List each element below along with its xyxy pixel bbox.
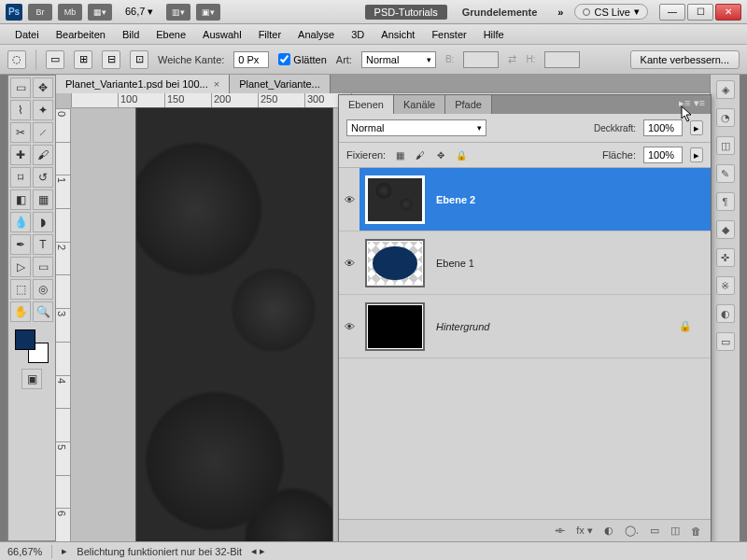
layer-group-icon[interactable]: ▭ bbox=[650, 525, 659, 537]
panel-icon[interactable]: ◈ bbox=[716, 80, 735, 99]
tab-pfade[interactable]: Pfade bbox=[445, 95, 492, 114]
menu-fenster[interactable]: Fenster bbox=[424, 27, 473, 42]
lock-all-icon[interactable]: 🔒 bbox=[455, 148, 468, 161]
shape-tool[interactable]: ▭ bbox=[33, 257, 53, 277]
selection-intersect-icon[interactable]: ⊡ bbox=[130, 50, 148, 69]
history-brush-tool[interactable]: ↺ bbox=[33, 167, 53, 188]
panel-icon[interactable]: ▭ bbox=[716, 332, 735, 351]
type-tool[interactable]: T bbox=[33, 234, 53, 255]
delete-layer-icon[interactable]: 🗑 bbox=[691, 525, 701, 537]
minibridge-button[interactable]: Mb bbox=[58, 4, 82, 21]
panel-icon[interactable]: ◫ bbox=[716, 136, 735, 155]
layer-name[interactable]: Ebene 1 bbox=[430, 258, 711, 269]
tab-ebenen[interactable]: Ebenen bbox=[339, 95, 394, 114]
layer-thumbnail[interactable] bbox=[365, 239, 425, 287]
layer-thumbnail[interactable] bbox=[365, 302, 425, 351]
layer-fx-icon[interactable]: fx ▾ bbox=[576, 525, 593, 537]
fill-input[interactable]: 100% bbox=[643, 147, 683, 163]
layer-name[interactable]: Ebene 2 bbox=[430, 194, 711, 205]
menu-analyse[interactable]: Analyse bbox=[290, 27, 342, 42]
new-layer-icon[interactable]: ◫ bbox=[670, 525, 680, 537]
panel-icon[interactable]: ◐ bbox=[716, 304, 735, 323]
close-button[interactable]: ✕ bbox=[715, 4, 741, 21]
refine-edge-button[interactable]: Kante verbessern... bbox=[630, 50, 740, 69]
antialias-checkbox[interactable]: Glätten bbox=[278, 53, 326, 65]
close-icon[interactable]: × bbox=[214, 78, 219, 90]
workspace-more[interactable]: » bbox=[552, 7, 569, 18]
layout-button[interactable]: ▦▾ bbox=[88, 4, 112, 21]
eraser-tool[interactable]: ◧ bbox=[10, 189, 31, 210]
workspace-tab-other[interactable]: Grundelemente bbox=[453, 5, 547, 20]
panel-icon[interactable]: ◔ bbox=[716, 108, 735, 127]
lock-transparency-icon[interactable]: ▦ bbox=[393, 148, 406, 161]
marquee-tool[interactable]: ▭ bbox=[10, 77, 31, 98]
screenmode-button[interactable]: ▣▾ bbox=[196, 4, 220, 21]
menu-hilfe[interactable]: Hilfe bbox=[476, 27, 512, 42]
panel-menu-icon[interactable]: ▸≡ ▾≡ bbox=[673, 95, 711, 114]
tab-kanaele[interactable]: Kanäle bbox=[394, 95, 445, 114]
maximize-button[interactable]: ☐ bbox=[687, 4, 713, 21]
status-nav-icon[interactable]: ▸ bbox=[62, 545, 67, 557]
selection-sub-icon[interactable]: ⊟ bbox=[102, 50, 120, 69]
style-dropdown[interactable]: Normal bbox=[361, 51, 436, 68]
zoom-tool[interactable]: 🔍 bbox=[33, 301, 53, 322]
menu-ansicht[interactable]: Ansicht bbox=[374, 27, 422, 42]
panel-icon[interactable]: ✜ bbox=[716, 248, 735, 267]
visibility-icon[interactable]: 👁 bbox=[339, 321, 359, 332]
document-tab[interactable]: Planet_Variante1.psd bei 100...× bbox=[56, 75, 230, 93]
heal-tool[interactable]: ✚ bbox=[10, 145, 31, 165]
status-zoom[interactable]: 66,67% bbox=[7, 546, 42, 557]
move-tool[interactable]: ✥ bbox=[33, 77, 53, 98]
eyedropper-tool[interactable]: ⟋ bbox=[33, 122, 53, 143]
workspace-tab-active[interactable]: PSD-Tutorials bbox=[365, 5, 447, 20]
canvas[interactable] bbox=[136, 108, 332, 541]
layer-thumbnail[interactable] bbox=[365, 175, 425, 224]
pen-tool[interactable]: ✒ bbox=[10, 234, 31, 255]
menu-filter[interactable]: Filter bbox=[251, 27, 289, 42]
status-nav-icon[interactable]: ◂ ▸ bbox=[251, 545, 265, 557]
visibility-icon[interactable]: 👁 bbox=[339, 168, 359, 231]
link-layers-icon[interactable]: ⬲ bbox=[555, 525, 565, 537]
menu-auswahl[interactable]: Auswahl bbox=[195, 27, 249, 42]
menu-bild[interactable]: Bild bbox=[115, 27, 147, 42]
menu-datei[interactable]: Datei bbox=[7, 27, 47, 42]
selection-new-icon[interactable]: ▭ bbox=[46, 50, 64, 69]
3dcam-tool[interactable]: ◎ bbox=[33, 279, 53, 300]
menu-ebene[interactable]: Ebene bbox=[148, 27, 193, 42]
bridge-button[interactable]: Br bbox=[28, 4, 52, 21]
minimize-button[interactable]: — bbox=[659, 4, 685, 21]
cslive-button[interactable]: CS Live ▾ bbox=[574, 4, 648, 20]
layer-row[interactable]: 👁 Ebene 1 bbox=[339, 231, 711, 295]
selection-add-icon[interactable]: ⊞ bbox=[74, 50, 92, 69]
zoom-display[interactable]: 66,7 ▾ bbox=[118, 6, 161, 18]
opacity-input[interactable]: 100% bbox=[643, 119, 683, 136]
lock-pixels-icon[interactable]: 🖌 bbox=[414, 148, 427, 161]
color-swatches[interactable] bbox=[15, 329, 49, 363]
tool-preset-icon[interactable]: ◌ bbox=[7, 50, 26, 69]
visibility-icon[interactable]: 👁 bbox=[339, 258, 359, 269]
layer-row[interactable]: 👁 Ebene 2 bbox=[339, 168, 711, 231]
brush-tool[interactable]: 🖌 bbox=[33, 145, 53, 165]
foreground-swatch[interactable] bbox=[15, 329, 35, 350]
fill-slider-icon[interactable]: ▸ bbox=[690, 147, 703, 162]
layer-mask-icon[interactable]: ◐ bbox=[604, 525, 613, 537]
adjustment-layer-icon[interactable]: ◯. bbox=[625, 525, 639, 537]
wand-tool[interactable]: ✦ bbox=[33, 100, 53, 120]
feather-input[interactable]: 0 Px bbox=[233, 51, 269, 68]
dodge-tool[interactable]: ◗ bbox=[33, 212, 53, 232]
panel-icon[interactable]: ※ bbox=[716, 276, 735, 295]
viewmode-button[interactable]: ▥▾ bbox=[166, 4, 190, 21]
stamp-tool[interactable]: ⌑ bbox=[10, 167, 31, 188]
3d-tool[interactable]: ⬚ bbox=[10, 279, 31, 300]
blur-tool[interactable]: 💧 bbox=[10, 212, 31, 232]
lasso-tool[interactable]: ⌇ bbox=[10, 100, 31, 120]
panel-icon[interactable]: ✎ bbox=[716, 164, 735, 183]
document-tab[interactable]: Planet_Variante... bbox=[230, 75, 331, 93]
layer-name[interactable]: Hintergrund bbox=[430, 321, 679, 332]
blend-mode-dropdown[interactable]: Normal bbox=[346, 119, 486, 136]
crop-tool[interactable]: ✂ bbox=[10, 122, 31, 143]
quickmask-toggle[interactable]: ▣ bbox=[21, 369, 42, 389]
hand-tool[interactable]: ✋ bbox=[10, 301, 31, 322]
panel-icon[interactable]: ◆ bbox=[716, 220, 735, 239]
opacity-slider-icon[interactable]: ▸ bbox=[690, 120, 703, 135]
